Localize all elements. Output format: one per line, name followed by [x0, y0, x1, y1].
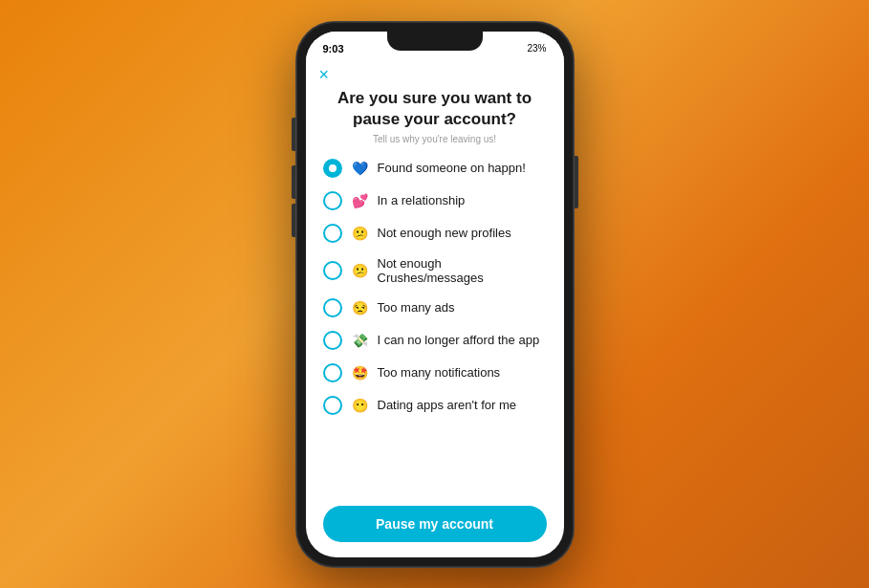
option-label: Found someone on happn! — [378, 161, 526, 175]
close-button[interactable]: × — [306, 60, 564, 84]
options-list: 💙Found someone on happn!💕In a relationsh… — [306, 148, 564, 500]
radio-circle — [323, 396, 342, 415]
radio-circle — [323, 224, 342, 243]
bottom-btn-area: Pause my account — [306, 500, 564, 550]
option-item[interactable]: 😕Not enough new profiles — [306, 217, 564, 250]
phone-shell: 9:03 23% × Are you sure you want to paus… — [296, 22, 574, 567]
dialog-content: × Are you sure you want to pause your ac… — [306, 60, 564, 557]
option-emoji: 🤩 — [352, 365, 368, 381]
radio-circle — [323, 363, 342, 382]
status-bar-right: 23% — [527, 43, 546, 54]
option-emoji: 💕 — [352, 193, 368, 208]
option-label: Not enough new profiles — [378, 226, 511, 240]
radio-inner — [329, 164, 337, 172]
option-emoji: 😕 — [352, 226, 368, 241]
option-item[interactable]: 🤩Too many notifications — [306, 357, 564, 389]
option-item[interactable]: 😶Dating apps aren't for me — [306, 389, 564, 422]
pause-button[interactable]: Pause my account — [323, 506, 547, 542]
radio-circle — [323, 298, 342, 317]
option-emoji: 😶 — [352, 398, 368, 413]
dialog-subtitle: Tell us why you're leaving us! — [329, 134, 541, 144]
option-item[interactable]: 😕Not enough Crushes/messages — [306, 250, 564, 292]
option-label: Not enough Crushes/messages — [378, 256, 547, 285]
status-bar: 9:03 23% — [306, 32, 564, 60]
option-item[interactable]: 💕In a relationship — [306, 185, 564, 217]
battery-icon: 23% — [527, 43, 546, 54]
dialog-title: Are you sure you want to pause your acco… — [329, 88, 541, 130]
radio-circle — [323, 191, 342, 210]
option-emoji: 😕 — [352, 263, 368, 278]
radio-circle — [323, 159, 342, 178]
heading-section: Are you sure you want to pause your acco… — [306, 84, 564, 148]
option-emoji: 💙 — [352, 161, 368, 176]
radio-circle — [323, 331, 342, 350]
option-label: Too many ads — [378, 300, 455, 315]
option-label: I can no longer afford the app — [378, 333, 540, 347]
option-label: In a relationship — [378, 193, 466, 207]
close-icon: × — [319, 65, 330, 84]
option-label: Dating apps aren't for me — [378, 398, 517, 412]
option-label: Too many notifications — [378, 365, 501, 380]
radio-circle — [323, 261, 342, 280]
option-emoji: 💸 — [352, 333, 368, 348]
phone-screen: 9:03 23% × Are you sure you want to paus… — [306, 32, 564, 557]
option-item[interactable]: 💸I can no longer afford the app — [306, 324, 564, 357]
option-item[interactable]: 😒Too many ads — [306, 292, 564, 324]
option-emoji: 😒 — [352, 300, 368, 316]
notch — [387, 32, 483, 51]
option-item[interactable]: 💙Found someone on happn! — [306, 152, 564, 185]
time: 9:03 — [323, 43, 344, 54]
